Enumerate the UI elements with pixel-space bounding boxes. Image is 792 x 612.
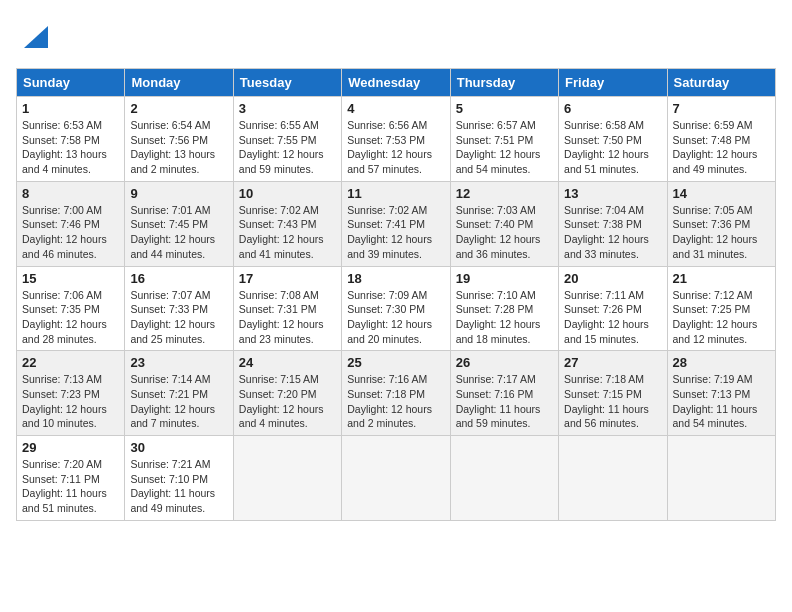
day-number: 22: [22, 355, 119, 370]
calendar-cell: 10Sunrise: 7:02 AMSunset: 7:43 PMDayligh…: [233, 181, 341, 266]
day-info: Sunrise: 7:21 AMSunset: 7:10 PMDaylight:…: [130, 457, 227, 516]
day-number: 18: [347, 271, 444, 286]
calendar-cell: 11Sunrise: 7:02 AMSunset: 7:41 PMDayligh…: [342, 181, 450, 266]
day-number: 7: [673, 101, 770, 116]
logo: [16, 16, 60, 56]
header-thursday: Thursday: [450, 69, 558, 97]
day-info: Sunrise: 7:04 AMSunset: 7:38 PMDaylight:…: [564, 203, 661, 262]
header-wednesday: Wednesday: [342, 69, 450, 97]
day-number: 19: [456, 271, 553, 286]
header-sunday: Sunday: [17, 69, 125, 97]
calendar-cell: 22Sunrise: 7:13 AMSunset: 7:23 PMDayligh…: [17, 351, 125, 436]
day-number: 14: [673, 186, 770, 201]
day-info: Sunrise: 7:09 AMSunset: 7:30 PMDaylight:…: [347, 288, 444, 347]
calendar-cell: 1Sunrise: 6:53 AMSunset: 7:58 PMDaylight…: [17, 97, 125, 182]
calendar-cell: 7Sunrise: 6:59 AMSunset: 7:48 PMDaylight…: [667, 97, 775, 182]
calendar-cell: 12Sunrise: 7:03 AMSunset: 7:40 PMDayligh…: [450, 181, 558, 266]
day-number: 29: [22, 440, 119, 455]
day-info: Sunrise: 6:54 AMSunset: 7:56 PMDaylight:…: [130, 118, 227, 177]
day-number: 27: [564, 355, 661, 370]
day-info: Sunrise: 7:07 AMSunset: 7:33 PMDaylight:…: [130, 288, 227, 347]
calendar-cell: 13Sunrise: 7:04 AMSunset: 7:38 PMDayligh…: [559, 181, 667, 266]
day-number: 16: [130, 271, 227, 286]
day-number: 30: [130, 440, 227, 455]
svg-marker-0: [24, 26, 48, 48]
day-info: Sunrise: 7:03 AMSunset: 7:40 PMDaylight:…: [456, 203, 553, 262]
day-info: Sunrise: 7:20 AMSunset: 7:11 PMDaylight:…: [22, 457, 119, 516]
calendar-cell: 17Sunrise: 7:08 AMSunset: 7:31 PMDayligh…: [233, 266, 341, 351]
day-info: Sunrise: 7:19 AMSunset: 7:13 PMDaylight:…: [673, 372, 770, 431]
calendar-cell: [667, 436, 775, 521]
day-info: Sunrise: 7:11 AMSunset: 7:26 PMDaylight:…: [564, 288, 661, 347]
calendar-week-row: 8Sunrise: 7:00 AMSunset: 7:46 PMDaylight…: [17, 181, 776, 266]
calendar-cell: 23Sunrise: 7:14 AMSunset: 7:21 PMDayligh…: [125, 351, 233, 436]
day-number: 6: [564, 101, 661, 116]
calendar-cell: 21Sunrise: 7:12 AMSunset: 7:25 PMDayligh…: [667, 266, 775, 351]
page-header: [16, 16, 776, 56]
day-info: Sunrise: 6:57 AMSunset: 7:51 PMDaylight:…: [456, 118, 553, 177]
calendar-cell: 29Sunrise: 7:20 AMSunset: 7:11 PMDayligh…: [17, 436, 125, 521]
calendar-cell: 16Sunrise: 7:07 AMSunset: 7:33 PMDayligh…: [125, 266, 233, 351]
day-number: 3: [239, 101, 336, 116]
day-info: Sunrise: 6:56 AMSunset: 7:53 PMDaylight:…: [347, 118, 444, 177]
day-info: Sunrise: 7:02 AMSunset: 7:43 PMDaylight:…: [239, 203, 336, 262]
calendar-cell: [233, 436, 341, 521]
day-info: Sunrise: 7:14 AMSunset: 7:21 PMDaylight:…: [130, 372, 227, 431]
day-info: Sunrise: 7:10 AMSunset: 7:28 PMDaylight:…: [456, 288, 553, 347]
day-number: 23: [130, 355, 227, 370]
day-number: 21: [673, 271, 770, 286]
day-info: Sunrise: 7:15 AMSunset: 7:20 PMDaylight:…: [239, 372, 336, 431]
calendar-week-row: 1Sunrise: 6:53 AMSunset: 7:58 PMDaylight…: [17, 97, 776, 182]
day-info: Sunrise: 7:02 AMSunset: 7:41 PMDaylight:…: [347, 203, 444, 262]
calendar-cell: 19Sunrise: 7:10 AMSunset: 7:28 PMDayligh…: [450, 266, 558, 351]
header-saturday: Saturday: [667, 69, 775, 97]
calendar-cell: 6Sunrise: 6:58 AMSunset: 7:50 PMDaylight…: [559, 97, 667, 182]
day-number: 4: [347, 101, 444, 116]
day-info: Sunrise: 7:18 AMSunset: 7:15 PMDaylight:…: [564, 372, 661, 431]
logo-icon: [16, 16, 56, 56]
calendar-cell: 25Sunrise: 7:16 AMSunset: 7:18 PMDayligh…: [342, 351, 450, 436]
calendar-cell: [450, 436, 558, 521]
day-number: 25: [347, 355, 444, 370]
calendar-cell: [559, 436, 667, 521]
calendar-cell: 27Sunrise: 7:18 AMSunset: 7:15 PMDayligh…: [559, 351, 667, 436]
calendar-table: SundayMondayTuesdayWednesdayThursdayFrid…: [16, 68, 776, 521]
calendar-cell: [342, 436, 450, 521]
calendar-cell: 8Sunrise: 7:00 AMSunset: 7:46 PMDaylight…: [17, 181, 125, 266]
calendar-cell: 2Sunrise: 6:54 AMSunset: 7:56 PMDaylight…: [125, 97, 233, 182]
day-number: 11: [347, 186, 444, 201]
calendar-cell: 28Sunrise: 7:19 AMSunset: 7:13 PMDayligh…: [667, 351, 775, 436]
calendar-cell: 9Sunrise: 7:01 AMSunset: 7:45 PMDaylight…: [125, 181, 233, 266]
calendar-cell: 24Sunrise: 7:15 AMSunset: 7:20 PMDayligh…: [233, 351, 341, 436]
day-number: 24: [239, 355, 336, 370]
calendar-header-row: SundayMondayTuesdayWednesdayThursdayFrid…: [17, 69, 776, 97]
calendar-cell: 5Sunrise: 6:57 AMSunset: 7:51 PMDaylight…: [450, 97, 558, 182]
day-info: Sunrise: 7:06 AMSunset: 7:35 PMDaylight:…: [22, 288, 119, 347]
calendar-cell: 26Sunrise: 7:17 AMSunset: 7:16 PMDayligh…: [450, 351, 558, 436]
calendar-cell: 14Sunrise: 7:05 AMSunset: 7:36 PMDayligh…: [667, 181, 775, 266]
day-number: 13: [564, 186, 661, 201]
day-info: Sunrise: 7:05 AMSunset: 7:36 PMDaylight:…: [673, 203, 770, 262]
day-number: 28: [673, 355, 770, 370]
calendar-cell: 4Sunrise: 6:56 AMSunset: 7:53 PMDaylight…: [342, 97, 450, 182]
header-tuesday: Tuesday: [233, 69, 341, 97]
calendar-week-row: 29Sunrise: 7:20 AMSunset: 7:11 PMDayligh…: [17, 436, 776, 521]
day-number: 1: [22, 101, 119, 116]
day-number: 2: [130, 101, 227, 116]
day-info: Sunrise: 7:00 AMSunset: 7:46 PMDaylight:…: [22, 203, 119, 262]
calendar-week-row: 15Sunrise: 7:06 AMSunset: 7:35 PMDayligh…: [17, 266, 776, 351]
calendar-cell: 15Sunrise: 7:06 AMSunset: 7:35 PMDayligh…: [17, 266, 125, 351]
calendar-cell: 20Sunrise: 7:11 AMSunset: 7:26 PMDayligh…: [559, 266, 667, 351]
calendar-cell: 30Sunrise: 7:21 AMSunset: 7:10 PMDayligh…: [125, 436, 233, 521]
day-number: 12: [456, 186, 553, 201]
day-info: Sunrise: 6:55 AMSunset: 7:55 PMDaylight:…: [239, 118, 336, 177]
day-info: Sunrise: 7:01 AMSunset: 7:45 PMDaylight:…: [130, 203, 227, 262]
header-monday: Monday: [125, 69, 233, 97]
day-number: 26: [456, 355, 553, 370]
day-number: 15: [22, 271, 119, 286]
day-number: 8: [22, 186, 119, 201]
day-number: 9: [130, 186, 227, 201]
day-info: Sunrise: 6:59 AMSunset: 7:48 PMDaylight:…: [673, 118, 770, 177]
day-info: Sunrise: 7:17 AMSunset: 7:16 PMDaylight:…: [456, 372, 553, 431]
day-info: Sunrise: 7:12 AMSunset: 7:25 PMDaylight:…: [673, 288, 770, 347]
